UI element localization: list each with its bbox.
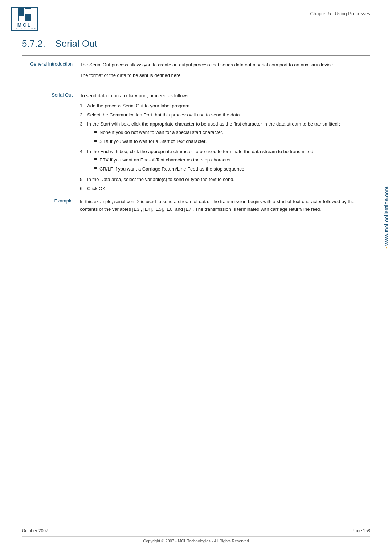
serial-out-steps: 1 Add the process Serial Out to your lab…: [80, 102, 370, 192]
bullet-icon-1: [94, 131, 97, 133]
step-4-bullet-1: ETX if you want an End-of-Text character…: [94, 156, 370, 164]
step-4-bullets: ETX if you want an End-of-Text character…: [87, 156, 370, 173]
content-area: General introduction The Serial Out proc…: [0, 55, 392, 216]
step-2-text: Select the Communication Port that this …: [87, 111, 370, 119]
step-3-bullet-1-text: None if you do not want to wait for a sp…: [99, 129, 223, 136]
general-intro-p1: The Serial Out process allows you to cre…: [80, 61, 370, 69]
logo-sub-text: TECHNOLOGIES: [13, 28, 37, 30]
bullet-icon-4: [94, 167, 97, 169]
step-3-content: In the Start with box, click the appropr…: [87, 120, 370, 147]
logo-main-text: MCL: [17, 22, 32, 28]
step-4-text: In the End with box, click the appropria…: [87, 149, 315, 154]
watermark-text: · www.mcl-collection.com: [383, 186, 390, 249]
step-4-num: 4: [80, 148, 87, 174]
step-6: 6 Click OK: [80, 185, 370, 193]
logo-cell-3: [18, 15, 24, 21]
serial-out-label: Serial Out: [22, 92, 80, 194]
section-title: 5.7.2. Serial Out: [22, 38, 370, 49]
step-3-bullet-1: None if you do not want to wait for a sp…: [94, 129, 370, 136]
footer-copyright: Copyright © 2007 • MCL Technologies • Al…: [22, 536, 370, 543]
step-5-text: In the Data area, select the variable(s)…: [87, 176, 370, 184]
step-1: 1 Add the process Serial Out to your lab…: [80, 102, 370, 110]
watermark-container: · www.mcl-collection.com: [381, 145, 392, 290]
general-intro-row: General introduction The Serial Out proc…: [22, 61, 370, 82]
example-label-text: Example: [54, 198, 73, 204]
footer-date: October 2007: [22, 528, 48, 533]
example-p1: In this example, serial com 2 is used to…: [80, 198, 370, 213]
serial-out-intro: To send data to an auxiliary port, proce…: [80, 92, 370, 100]
step-4-content: In the End with box, click the appropria…: [87, 148, 370, 174]
logo-grid: [18, 8, 31, 21]
step-4-bullet-2: CR/LF if you want a Carriage Return/Line…: [94, 165, 370, 173]
bullet-icon-3: [94, 158, 97, 160]
step-1-text: Add the process Serial Out to your label…: [87, 102, 370, 110]
general-intro-label-text: General introduction: [30, 61, 73, 67]
watermark-url: www.mcl-collection.com: [384, 186, 389, 246]
section-title-text: Serial Out: [55, 38, 97, 49]
divider-2: [22, 86, 370, 86]
step-4-bullet-1-text: ETX if you want an End-of-Text character…: [99, 156, 232, 164]
section-number: 5.7.2.: [22, 38, 45, 49]
page: MCL TECHNOLOGIES Chapter 5 : Using Proce…: [0, 0, 392, 554]
logo-cell-2: [25, 8, 31, 15]
step-3-num: 3: [80, 120, 87, 147]
logo: MCL TECHNOLOGIES: [11, 7, 38, 31]
footer-copyright-text: Copyright © 2007 • MCL Technologies • Al…: [143, 539, 249, 543]
example-label: Example: [22, 198, 80, 216]
general-intro-content: The Serial Out process allows you to cre…: [80, 61, 370, 82]
general-intro-p2: The format of the data to be sent is def…: [80, 72, 370, 79]
step-3-bullet-2-text: STX if you want to wait for a Start of T…: [99, 138, 207, 145]
title-section: 5.7.2. Serial Out: [0, 34, 392, 49]
step-5-num: 5: [80, 176, 87, 184]
logo-cell-1: [18, 8, 24, 15]
step-4: 4 In the End with box, click the appropr…: [80, 148, 370, 174]
serial-out-content: To send data to an auxiliary port, proce…: [80, 92, 370, 194]
chapter-header: Chapter 5 : Using Processes: [310, 7, 370, 16]
example-row: Example In this example, serial com 2 is…: [22, 198, 370, 216]
example-content: In this example, serial com 2 is used to…: [80, 198, 370, 216]
step-5: 5 In the Data area, select the variable(…: [80, 176, 370, 184]
step-3-bullet-2: STX if you want to wait for a Start of T…: [94, 138, 370, 145]
chapter-text: Chapter 5 : Using Processes: [310, 11, 370, 16]
general-intro-label: General introduction: [22, 61, 80, 82]
step-3-bullets: None if you do not want to wait for a sp…: [87, 129, 370, 145]
step-1-num: 1: [80, 102, 87, 110]
header: MCL TECHNOLOGIES Chapter 5 : Using Proce…: [0, 0, 392, 34]
step-2: 2 Select the Communication Port that thi…: [80, 111, 370, 119]
step-6-num: 6: [80, 185, 87, 193]
footer: October 2007 Page 158 Copyright © 2007 •…: [0, 528, 392, 543]
step-3: 3 In the Start with box, click the appro…: [80, 120, 370, 147]
step-3-text: In the Start with box, click the appropr…: [87, 121, 340, 127]
bullet-icon-2: [94, 140, 97, 142]
serial-out-label-text: Serial Out: [52, 92, 73, 98]
step-2-num: 2: [80, 111, 87, 119]
logo-label: MCL TECHNOLOGIES: [13, 22, 37, 30]
divider-1: [22, 55, 370, 56]
footer-page: Page 158: [352, 528, 370, 533]
watermark-dot: ·: [383, 247, 389, 249]
logo-cell-4: [25, 15, 31, 21]
step-4-bullet-2-text: CR/LF if you want a Carriage Return/Line…: [99, 165, 246, 173]
serial-out-row: Serial Out To send data to an auxiliary …: [22, 92, 370, 194]
footer-main: October 2007 Page 158: [22, 528, 370, 533]
step-6-text: Click OK: [87, 185, 370, 193]
